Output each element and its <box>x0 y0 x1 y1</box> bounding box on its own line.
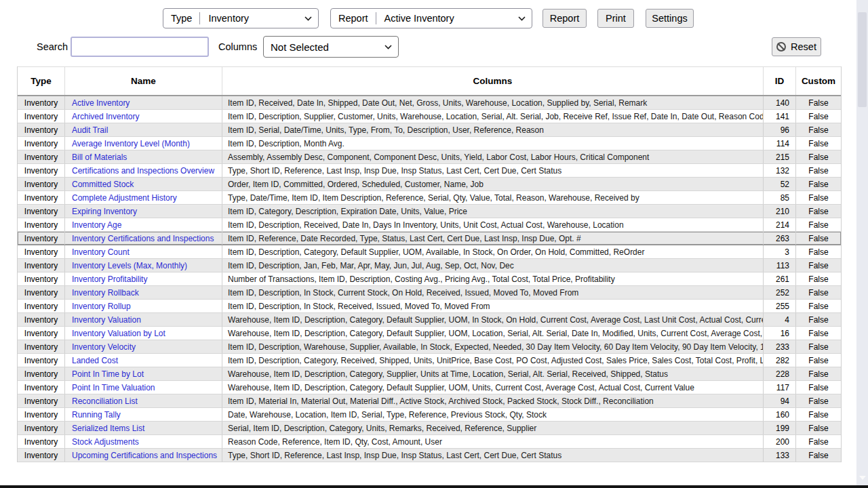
scrollbar-thumb[interactable] <box>858 12 867 107</box>
table-row[interactable]: Inventory Stock Adjustments Reason Code,… <box>18 435 841 449</box>
report-name-link[interactable]: Active Inventory <box>72 98 130 108</box>
table-row[interactable]: Inventory Inventory Valuation by Lot War… <box>18 327 841 340</box>
type-select-group[interactable]: Type Inventory <box>163 8 319 28</box>
row-columns: Item ID, Description, Warehouse, Supplie… <box>222 340 764 353</box>
table-row[interactable]: Inventory Inventory Certifications and I… <box>18 232 841 245</box>
row-columns: Item ID, Description, Received, Date In,… <box>222 218 764 231</box>
row-columns: Reason Code, Reference, Item ID, Qty, Co… <box>222 435 764 448</box>
search-input[interactable] <box>71 37 209 57</box>
report-name-link[interactable]: Stock Adjustments <box>72 437 139 447</box>
row-columns: Item ID, Received, Date In, Shipped, Dat… <box>222 96 764 109</box>
table-row[interactable]: Inventory Inventory Age Item ID, Descrip… <box>18 218 841 232</box>
row-custom: False <box>796 96 841 109</box>
report-select-value[interactable]: Active Inventory <box>376 13 454 24</box>
report-name-link[interactable]: Complete Adjustment History <box>72 193 177 203</box>
columns-label: Columns <box>218 41 257 52</box>
row-custom: False <box>796 123 841 136</box>
report-name-link[interactable]: Archived Inventory <box>72 112 139 121</box>
table-row[interactable]: Inventory Active Inventory Item ID, Rece… <box>18 96 841 110</box>
table-row[interactable]: Inventory Bill of Materials Assembly, As… <box>18 150 841 164</box>
table-row[interactable]: Inventory Serialized Items List Serial, … <box>18 422 841 435</box>
report-button[interactable]: Report <box>542 9 587 28</box>
table-row[interactable]: Inventory Point In Time Valuation Wareho… <box>18 381 841 394</box>
settings-button[interactable]: Settings <box>646 9 694 28</box>
scroll-down-arrow-icon[interactable] <box>859 476 866 480</box>
row-type: Inventory <box>18 96 65 109</box>
reports-table: Type Name Columns ID Custom Inventory Ac… <box>17 66 842 462</box>
row-columns: Type, Date/Time, Item ID, Item Descripti… <box>222 191 764 204</box>
report-name-link[interactable]: Certifications and Inspections Overview <box>72 166 214 176</box>
row-id: 117 <box>764 381 796 394</box>
header-type[interactable]: Type <box>18 67 65 95</box>
report-name-link[interactable]: Point In Time Valuation <box>72 383 155 392</box>
table-row[interactable]: Inventory Inventory Profitability Number… <box>18 272 841 286</box>
report-name-link[interactable]: Inventory Rollback <box>72 288 139 298</box>
print-button[interactable]: Print <box>597 9 634 28</box>
row-type: Inventory <box>18 327 65 340</box>
row-id: 52 <box>764 178 796 190</box>
header-name[interactable]: Name <box>65 67 222 95</box>
report-name-link[interactable]: Inventory Certifications and Inspections <box>72 234 214 243</box>
row-columns: Type, Short ID, Reference, Last Insp, In… <box>222 449 764 462</box>
report-name-link[interactable]: Inventory Age <box>72 220 121 230</box>
table-row[interactable]: Inventory Inventory Velocity Item ID, De… <box>18 340 841 354</box>
report-name-link[interactable]: Audit Trail <box>72 125 108 135</box>
report-name-link[interactable]: Bill of Materials <box>72 152 127 162</box>
report-name-link[interactable]: Inventory Valuation <box>72 315 141 325</box>
reset-button-label: Reset <box>791 41 816 52</box>
row-id: 141 <box>764 110 796 123</box>
table-row[interactable]: Inventory Point In Time by Lot Warehouse… <box>18 367 841 381</box>
row-type: Inventory <box>18 435 65 448</box>
row-columns: Type, Short ID, Reference, Last Insp, In… <box>222 164 764 177</box>
row-custom: False <box>796 435 841 448</box>
table-row[interactable]: Inventory Inventory Rollup Item ID, Desc… <box>18 300 841 313</box>
table-row[interactable]: Inventory Upcoming Certifications and In… <box>18 449 841 462</box>
row-type: Inventory <box>18 205 65 218</box>
row-custom: False <box>796 164 841 177</box>
report-name-link[interactable]: Inventory Rollup <box>72 302 131 311</box>
table-row[interactable]: Inventory Reconciliation List Item ID, M… <box>18 394 841 408</box>
table-row[interactable]: Inventory Inventory Levels (Max, Monthly… <box>18 259 841 272</box>
table-row[interactable]: Inventory Complete Adjustment History Ty… <box>18 191 841 205</box>
row-columns: Order, Item ID, Committed, Ordered, Sche… <box>222 178 764 190</box>
report-name-link[interactable]: Committed Stock <box>72 180 134 189</box>
report-name-link[interactable]: Upcoming Certifications and Inspections <box>72 451 217 460</box>
row-type: Inventory <box>18 394 65 407</box>
columns-select[interactable]: Not Selected <box>263 36 399 58</box>
table-row[interactable]: Inventory Archived Inventory Item ID, De… <box>18 110 841 123</box>
row-type: Inventory <box>18 422 65 434</box>
table-row[interactable]: Inventory Committed Stock Order, Item ID… <box>18 178 841 191</box>
row-custom: False <box>796 218 841 231</box>
row-id: 96 <box>764 123 796 136</box>
header-id[interactable]: ID <box>764 67 796 95</box>
table-row[interactable]: Inventory Inventory Count Item ID, Descr… <box>18 245 841 259</box>
report-name-link[interactable]: Serialized Items List <box>72 424 144 433</box>
table-row[interactable]: Inventory Running Tally Date, Warehouse,… <box>18 408 841 422</box>
reset-button[interactable]: Reset <box>772 37 821 56</box>
table-row[interactable]: Inventory Inventory Valuation Warehouse,… <box>18 313 841 327</box>
header-columns[interactable]: Columns <box>222 67 764 95</box>
report-select-group[interactable]: Report Active Inventory <box>330 8 532 28</box>
table-row[interactable]: Inventory Average Inventory Level (Month… <box>18 137 841 150</box>
type-select-value[interactable]: Inventory <box>200 13 249 24</box>
table-row[interactable]: Inventory Landed Cost Item ID, Descripti… <box>18 354 841 367</box>
report-name-link[interactable]: Inventory Valuation by Lot <box>72 329 165 338</box>
table-row[interactable]: Inventory Inventory Rollback Item ID, De… <box>18 286 841 300</box>
report-name-link[interactable]: Expiring Inventory <box>72 207 137 216</box>
report-name-link[interactable]: Point In Time by Lot <box>72 369 144 379</box>
report-name-link[interactable]: Landed Cost <box>72 356 118 365</box>
report-name-link[interactable]: Running Tally <box>72 410 121 420</box>
report-name-link[interactable]: Reconciliation List <box>72 396 138 406</box>
row-type: Inventory <box>18 354 65 367</box>
table-row[interactable]: Inventory Certifications and Inspections… <box>18 164 841 178</box>
vertical-scrollbar[interactable] <box>856 0 868 485</box>
header-custom[interactable]: Custom <box>796 67 841 95</box>
table-row[interactable]: Inventory Expiring Inventory Item ID, Ca… <box>18 205 841 218</box>
report-name-link[interactable]: Inventory Count <box>72 247 130 257</box>
report-name-link[interactable]: Inventory Levels (Max, Monthly) <box>72 261 187 270</box>
table-row[interactable]: Inventory Audit Trail Item ID, Serial, D… <box>18 123 841 137</box>
report-name-link[interactable]: Inventory Profitability <box>72 274 147 284</box>
row-custom: False <box>796 191 841 204</box>
report-name-link[interactable]: Inventory Velocity <box>72 342 136 352</box>
report-name-link[interactable]: Average Inventory Level (Month) <box>72 139 190 148</box>
